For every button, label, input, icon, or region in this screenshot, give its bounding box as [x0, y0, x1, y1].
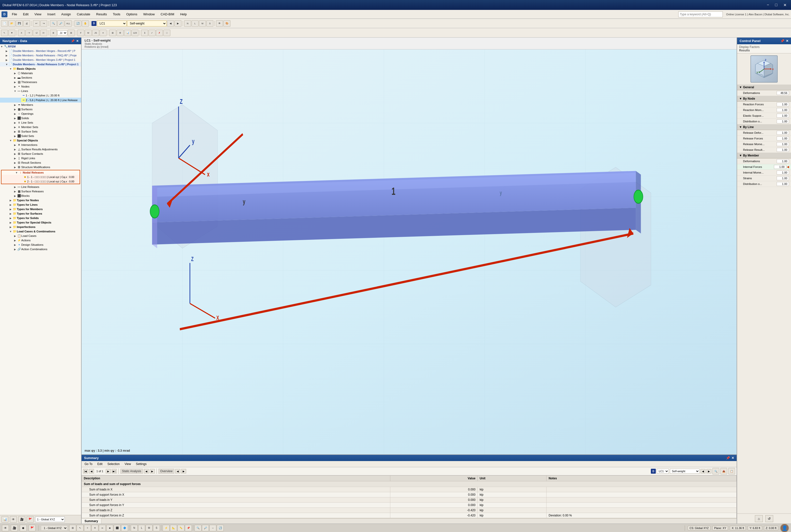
- ss-toggle[interactable]: ▶: [13, 130, 17, 133]
- zoom-in-btn[interactable]: 🔍: [50, 20, 57, 27]
- rigid-links-item[interactable]: ▶ | Rigid Links: [0, 156, 81, 160]
- status-view-icon[interactable]: 👁: [2, 525, 9, 531]
- ac-toggle[interactable]: ▶: [13, 248, 17, 251]
- member-sets-item[interactable]: ▶ ≡ Member Sets: [0, 125, 81, 129]
- status-cam-icon[interactable]: 🎥: [11, 525, 18, 531]
- render-btn[interactable]: 🎨: [224, 20, 230, 27]
- actions-item[interactable]: ▶ ⚡ Actions: [0, 238, 81, 243]
- ms-toggle[interactable]: ▶: [13, 126, 17, 129]
- user-avatar[interactable]: 👤: [780, 524, 789, 532]
- summary-pin-icon[interactable]: 📌: [726, 456, 730, 460]
- sls-toggle[interactable]: ▶: [13, 135, 17, 137]
- overview-prev-btn[interactable]: ◀: [175, 469, 180, 473]
- nav-cs-selector[interactable]: 1 - Global XYZ: [35, 517, 65, 522]
- openings-item[interactable]: ▶ ○ Openings: [0, 112, 81, 116]
- bt-12[interactable]: S: [153, 525, 160, 531]
- so-toggle[interactable]: ▼: [9, 139, 12, 142]
- bt-7[interactable]: ⬛: [114, 525, 121, 531]
- doc4-toggle[interactable]: ▼: [5, 63, 8, 66]
- cp-dm-value[interactable]: 1.00: [777, 182, 789, 186]
- bt-18[interactable]: 🔎: [202, 525, 209, 531]
- nodal-release-2-item[interactable]: ■ 2 - 1 - □□□ □□□□ | Local xyz | Cφ,x : …: [1, 179, 80, 184]
- snap-btn[interactable]: ⊕: [50, 30, 57, 36]
- cp-deformations-value[interactable]: 48.56: [777, 91, 789, 95]
- mem-toggle[interactable]: ▶: [13, 103, 17, 106]
- intersections-item[interactable]: ▶ ✕ Intersections: [0, 142, 81, 147]
- new-btn[interactable]: 📄: [1, 20, 8, 27]
- select-btn[interactable]: ↖: [1, 30, 8, 36]
- search-input[interactable]: [678, 12, 723, 17]
- bt-5[interactable]: ∞: [99, 525, 106, 531]
- save-btn[interactable]: 💾: [16, 20, 23, 27]
- cp-close-icon[interactable]: ✕: [786, 39, 789, 43]
- status-flag-icon[interactable]: 🚩: [29, 525, 36, 531]
- cp-pin-icon[interactable]: 📌: [780, 39, 784, 43]
- error-btn[interactable]: ✗: [156, 30, 163, 36]
- tsp-toggle[interactable]: ▶: [9, 221, 12, 224]
- static-analysis-btn[interactable]: Static Analysis: [120, 469, 143, 474]
- sr-toggle[interactable]: ▶: [13, 190, 17, 193]
- nav-cam-btn[interactable]: 🎥: [18, 516, 25, 522]
- solids-item[interactable]: ▶ ⬛ Solids: [0, 116, 81, 120]
- menu-cad-bim[interactable]: CAD-BIM: [158, 12, 177, 17]
- rl-toggle[interactable]: ▶: [13, 157, 17, 160]
- bt-2[interactable]: ↖: [77, 525, 83, 531]
- bt-11[interactable]: M: [146, 525, 153, 531]
- lcs-toggle[interactable]: ▶: [13, 234, 17, 237]
- tl-toggle[interactable]: ▶: [9, 204, 12, 206]
- line-btn[interactable]: L: [192, 20, 198, 27]
- summary-lc-name-selector[interactable]: Self-weight: [670, 469, 699, 474]
- bt-10[interactable]: L: [138, 525, 145, 531]
- cp-rr-value[interactable]: 1.00: [777, 148, 789, 152]
- nav-view-btn[interactable]: 👁: [10, 516, 17, 522]
- line-2-item[interactable]: ━ 2 - 5,6 | Polyline | L: 20.00 ft | Lin…: [0, 98, 81, 102]
- sec-toggle[interactable]: ▶: [13, 76, 17, 79]
- structure-mod-item[interactable]: ▶ ⊞ Structure Modifications: [0, 165, 81, 169]
- analysis-prev-btn[interactable]: ◀: [144, 469, 149, 473]
- menu-calculate[interactable]: Calculate: [74, 12, 93, 17]
- lcc-toggle[interactable]: ▼: [9, 230, 12, 233]
- summary-tab[interactable]: Summary: [81, 518, 101, 524]
- overview-btn[interactable]: Overview: [158, 469, 174, 474]
- bt-13[interactable]: ⚡: [163, 525, 170, 531]
- tn-toggle[interactable]: ▶: [9, 199, 12, 202]
- bt-1[interactable]: ⊞: [69, 525, 76, 531]
- types-solids-item[interactable]: ▶ 📁 Types for Solids: [0, 216, 81, 220]
- cp-rf-value[interactable]: 1.00: [777, 102, 789, 106]
- menu-file[interactable]: File: [9, 12, 20, 17]
- zoom-all-btn[interactable]: ALL: [65, 20, 72, 27]
- menu-window[interactable]: Window: [141, 12, 157, 17]
- doc2-toggle[interactable]: ▶: [5, 54, 8, 57]
- sm-toggle[interactable]: ▶: [13, 166, 17, 169]
- nodes-toggle[interactable]: ▶: [13, 85, 17, 88]
- act-toggle[interactable]: ▶: [13, 239, 17, 242]
- member-btn[interactable]: M: [199, 20, 206, 27]
- cp-by-member-header[interactable]: ▼ By Member: [737, 153, 791, 158]
- tsur-toggle[interactable]: ▶: [9, 212, 12, 215]
- blocks-item[interactable]: ▶ ⬛ Blocks: [0, 194, 81, 198]
- menu-results[interactable]: Results: [94, 12, 109, 17]
- design-sit-item[interactable]: ▶ 🔹 Design Situations: [0, 243, 81, 247]
- result-copy-btn[interactable]: 📋: [728, 468, 735, 474]
- nodal-releases-item[interactable]: ▼ ↕ Nodal Releases: [1, 170, 80, 175]
- tree-rfem-root[interactable]: ▼ 🔧 RFEM: [0, 44, 81, 49]
- next-page-btn[interactable]: ▶: [106, 469, 111, 473]
- cp-im-value[interactable]: 1.00: [777, 171, 789, 174]
- goto-btn[interactable]: Go To: [83, 462, 94, 466]
- doc1-toggle[interactable]: ▶: [5, 50, 8, 52]
- cp-md-value[interactable]: 1.00: [777, 159, 789, 163]
- imperfections-item[interactable]: ▶ 📁 Imperfections: [0, 225, 81, 229]
- bt-19[interactable]: ↔: [209, 525, 216, 531]
- lc-next-btn[interactable]: ▶: [174, 20, 181, 27]
- snap-distance[interactable]: .10: [57, 31, 67, 35]
- solid-sets-item[interactable]: ▶ ⬛ Solid Sets: [0, 134, 81, 138]
- last-page-btn[interactable]: ▶|: [112, 469, 117, 473]
- redo-btn[interactable]: ↪: [40, 20, 47, 27]
- bt-15[interactable]: 📏: [177, 525, 185, 531]
- bt-14[interactable]: 📐: [170, 525, 177, 531]
- sra-toggle[interactable]: ▶: [13, 148, 17, 151]
- nav-flag-btn[interactable]: 🚩: [27, 516, 34, 522]
- summary-close-icon[interactable]: ✕: [731, 456, 734, 460]
- load-cases-sub-item[interactable]: ▶ 📋 Load Cases: [0, 234, 81, 238]
- types-lines-item[interactable]: ▶ 📁 Types for Lines: [0, 203, 81, 207]
